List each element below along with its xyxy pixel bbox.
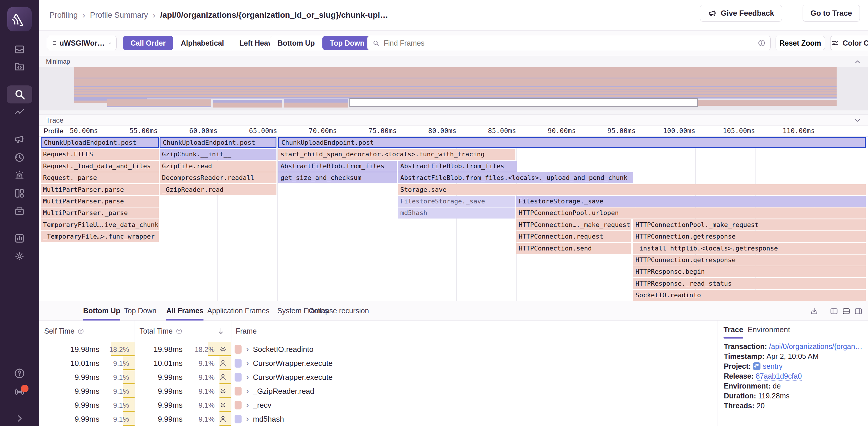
table-row[interactable]: 10.01ms9.1%10.01ms9.1%›CursorWrapper.exe… <box>39 356 717 370</box>
flame-frame[interactable]: HTTPConnectionPool.urlopen <box>516 207 866 219</box>
export-download-icon[interactable] <box>810 307 818 316</box>
flame-frame[interactable]: ChunkUploadEndpoint.post <box>41 137 159 148</box>
sidebar-item-stats[interactable] <box>0 232 39 244</box>
flame-frame[interactable]: HTTPResponse.begin <box>633 266 866 277</box>
sidebar-item-alerts[interactable] <box>0 169 39 181</box>
sidebar-item-replays[interactable] <box>0 152 39 163</box>
go-to-trace-button[interactable]: Go to Trace <box>803 5 860 22</box>
find-frames-search[interactable] <box>367 36 771 50</box>
table-row[interactable]: 9.99ms9.1%9.99ms9.1%›CursorWrapper.execu… <box>39 370 717 384</box>
minimap-header[interactable]: Minimap <box>39 56 868 67</box>
flame-frame[interactable]: SocketIO.readinto <box>633 290 866 301</box>
flame-frame[interactable]: MultiPartParser.parse <box>41 184 159 195</box>
flame-frame[interactable]: TemporaryFileU….ive_data_chunk <box>41 219 159 230</box>
flame-frame[interactable]: Request.FILES <box>41 149 159 160</box>
flame-frame[interactable]: HTTPResponse._read_status <box>633 278 866 289</box>
flame-frame[interactable]: FilestoreStorage._save <box>516 196 866 207</box>
breadcrumb-profile-summary[interactable]: Profile Summary <box>90 11 148 20</box>
details-tab-environment[interactable]: Environment <box>748 321 790 338</box>
search-input[interactable] <box>383 39 754 48</box>
sidebar-item-traces[interactable] <box>0 107 39 118</box>
direction-bottom-up[interactable]: Bottom Up <box>270 36 322 50</box>
minimap-canvas[interactable] <box>39 67 868 110</box>
flame-frame[interactable]: MultiPartParser._parse <box>41 207 159 219</box>
flamegraph[interactable]: ChunkUploadEndpoint.postChunkUploadEndpo… <box>39 137 868 301</box>
tab-application-frames[interactable]: Application Frames <box>207 301 270 321</box>
flame-frame[interactable]: HTTPConnection.getresponse <box>633 231 866 242</box>
expand-chevron-icon[interactable]: › <box>246 344 249 354</box>
flame-frame[interactable]: DecompressReader.readall <box>160 172 276 183</box>
table-row[interactable]: 9.99ms9.1%9.99ms9.1%›_recv <box>39 398 717 412</box>
flame-frame[interactable]: AbstractFileBlob.from_files.<locals>._up… <box>398 172 633 183</box>
expand-chevron-icon[interactable]: › <box>246 386 249 396</box>
flame-frame[interactable]: get_size_and_checksum <box>278 172 397 183</box>
dock-left-icon[interactable] <box>830 307 838 316</box>
frame-header[interactable]: Frame <box>236 327 257 335</box>
thread-selector-dropdown[interactable]: uWSGIWor… <box>47 36 117 50</box>
flame-frame[interactable]: ChunkUploadEndpoint.post <box>278 137 866 148</box>
trace-section-header[interactable]: Trace <box>39 114 868 126</box>
table-row[interactable]: 9.99ms9.1%9.99ms9.1%›_GzipReader.read <box>39 384 717 398</box>
sort-call-order[interactable]: Call Order <box>123 36 173 50</box>
sentry-logo-icon[interactable] <box>7 7 32 31</box>
flame-frame[interactable]: AbstractFileBlob.from_files <box>278 161 397 172</box>
expand-chevron-icon[interactable]: › <box>246 414 249 424</box>
whats-new-broadcast-icon[interactable] <box>0 385 39 397</box>
flame-frame[interactable]: _GzipReader.read <box>160 184 276 195</box>
sidebar-item-issues[interactable] <box>0 43 39 55</box>
flame-frame[interactable]: HTTPConnection…._make_request <box>516 219 631 230</box>
flame-frame[interactable]: Request._load_data_and_files <box>41 161 159 172</box>
flame-frame[interactable]: md5hash <box>398 207 516 219</box>
sidebar-item-explore[interactable] <box>0 61 39 72</box>
flame-frame[interactable]: GzipChunk.__init__ <box>160 149 276 160</box>
flame-frame[interactable]: start_child_span_decorator.<locals>.func… <box>278 149 516 160</box>
breadcrumb-profiling[interactable]: Profiling <box>50 11 78 20</box>
self-time-header[interactable]: Self Time <box>44 327 84 335</box>
tab-all-frames[interactable]: All Frames <box>166 301 204 321</box>
flame-frame[interactable]: _install_httplib.<locals>.getresponse <box>633 243 866 254</box>
flame-frame[interactable]: GzipFile.read <box>160 161 276 172</box>
flame-frame[interactable]: HTTPConnection.request <box>516 231 631 242</box>
direction-top-down[interactable]: Top Down <box>322 36 372 50</box>
details-tab-trace[interactable]: Trace <box>723 321 743 338</box>
flame-frame[interactable]: ChunkUploadEndpoint.post <box>160 137 276 148</box>
detail-value[interactable]: sentry <box>763 362 782 370</box>
table-row[interactable]: 9.99ms9.1%9.99ms9.1%›md5hash <box>39 412 717 426</box>
expand-sidebar-chevron-icon[interactable] <box>0 413 39 424</box>
dock-right-icon[interactable] <box>854 307 863 316</box>
flame-frame[interactable]: HTTPConnection.getresponse <box>633 255 866 266</box>
flame-frame[interactable]: _TemporaryFile…>.func_wrapper <box>41 231 159 242</box>
expand-chevron-icon[interactable]: › <box>246 358 249 368</box>
help-icon[interactable] <box>0 367 39 380</box>
reset-zoom-button[interactable]: Reset Zoom <box>776 36 825 50</box>
collapse-recursion-label[interactable]: Collapse recursion <box>309 301 369 321</box>
flame-frame[interactable]: HTTPConnectionPool._make_request <box>633 219 866 230</box>
expand-chevron-icon[interactable]: › <box>246 400 249 410</box>
give-feedback-button[interactable]: Give Feedback <box>700 5 782 22</box>
expand-chevron-icon[interactable]: › <box>246 372 249 382</box>
sidebar-item-settings[interactable] <box>0 251 39 262</box>
minimap-viewport[interactable] <box>349 98 698 107</box>
table-row[interactable]: 19.98ms18.2%19.98ms18.2%›SocketIO.readin… <box>39 342 717 356</box>
chevron-down-icon[interactable] <box>854 116 862 124</box>
tab-top-down[interactable]: Top Down <box>124 301 156 321</box>
sort-alphabetical[interactable]: Alphabetical <box>173 36 232 50</box>
flame-frame[interactable]: Storage.save <box>398 184 866 195</box>
dock-bottom-icon[interactable] <box>842 307 850 316</box>
tab-bottom-up[interactable]: Bottom Up <box>83 301 120 321</box>
sidebar-item-profiling-search[interactable] <box>0 88 39 101</box>
total-time-header[interactable]: Total Time <box>140 327 183 335</box>
flame-frame[interactable]: HTTPConnection.send <box>516 243 631 254</box>
sidebar-item-releases[interactable] <box>0 205 39 217</box>
detail-value[interactable]: 87aab1d9cfa0 <box>756 372 802 381</box>
detail-value[interactable]: /api/0/organizations/{organ… <box>769 342 863 351</box>
color-coding-dropdown[interactable]: Color Coding <box>830 36 868 50</box>
info-icon[interactable] <box>757 39 766 47</box>
flame-frame[interactable]: AbstractFileBlob.from_files <box>398 161 517 172</box>
chevron-up-icon[interactable] <box>854 58 862 66</box>
flame-frame[interactable]: Request._parse <box>41 172 159 183</box>
sort-descending-icon[interactable] <box>217 327 225 335</box>
sidebar-item-feedback[interactable] <box>0 133 39 145</box>
flame-frame[interactable]: FilestoreStorage._save <box>398 196 516 207</box>
flame-frame[interactable]: MultiPartParser.parse <box>41 196 159 207</box>
